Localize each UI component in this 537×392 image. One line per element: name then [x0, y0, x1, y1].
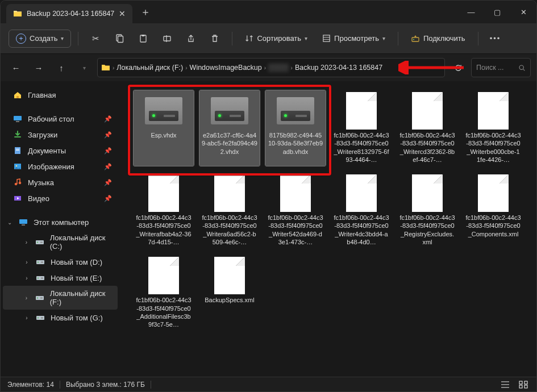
- ellipsis-icon: •••: [490, 34, 501, 43]
- pin-icon: 📌: [104, 115, 112, 123]
- chevron-right-icon[interactable]: ›: [23, 259, 30, 265]
- more-button[interactable]: •••: [485, 28, 506, 49]
- document-icon: [143, 257, 185, 294]
- tab-active[interactable]: Backup 2023-04-13 165847 ✕: [6, 4, 132, 23]
- file-item[interactable]: fc1bf06b-00c2-44c3-83d3-f5f40f975ce0_Reg…: [397, 173, 457, 248]
- sort-button[interactable]: Сортировать ▾: [239, 31, 313, 46]
- drive-icon: [35, 293, 44, 302]
- sidebar-drive[interactable]: › Новый том (G:): [3, 310, 118, 326]
- chevron-right-icon[interactable]: ›: [23, 315, 30, 321]
- file-name: fc1bf06b-00c2-44c3-83d3-f5f40f975ce0_Wri…: [399, 131, 455, 164]
- desktop-icon: [13, 114, 22, 123]
- sidebar-drive[interactable]: › Новый том (D:): [3, 254, 118, 270]
- view-button[interactable]: Просмотреть ▾: [317, 31, 391, 46]
- file-item[interactable]: fc1bf06b-00c2-44c3-83d3-f5f40f975ce0_Wri…: [134, 173, 194, 248]
- pin-icon: 📌: [104, 147, 112, 155]
- breadcrumb-seg[interactable]: ░░░░: [268, 64, 288, 72]
- search-input[interactable]: Поиск ...: [471, 58, 531, 77]
- sidebar-downloads[interactable]: Загрузки 📌: [3, 127, 118, 143]
- new-tab-button[interactable]: ＋: [140, 5, 151, 19]
- file-item[interactable]: fc1bf06b-00c2-44c3-83d3-f5f40f975ce0_Wri…: [331, 90, 392, 166]
- sidebar-videos[interactable]: Видео 📌: [3, 190, 118, 206]
- file-item[interactable]: fc1bf06b-00c2-44c3-83d3-f5f40f975ce0_Wri…: [265, 173, 326, 248]
- file-item[interactable]: fc1bf06b-00c2-44c3-83d3-f5f40f975ce0_Wri…: [463, 90, 523, 166]
- icons-view-button[interactable]: [517, 380, 530, 390]
- sidebar-drive[interactable]: › Новый том (E:): [3, 270, 118, 286]
- delete-button[interactable]: [205, 28, 225, 49]
- sidebar-music[interactable]: Музыка 📌: [3, 174, 118, 190]
- svg-rect-40: [41, 318, 43, 319]
- toolbar: + Создать ▾ ✂ Сортировать ▾ Просмотреть …: [1, 23, 536, 54]
- file-item[interactable]: e2a61c37-cf6c-4a49-abc5-fe2fa094c492.vhd…: [199, 90, 260, 166]
- svg-rect-4: [164, 36, 170, 41]
- copy-button[interactable]: [109, 28, 130, 49]
- file-item[interactable]: fc1bf06b-00c2-44c3-83d3-f5f40f975ce0_Com…: [463, 173, 523, 248]
- file-name: fc1bf06b-00c2-44c3-83d3-f5f40f975ce0_Wri…: [334, 214, 389, 246]
- file-item[interactable]: 8175b982-c494-4510-93da-58e3f7eb9adb.vhd…: [265, 90, 326, 166]
- search-icon: [518, 64, 526, 72]
- chevron-down-icon: ▾: [305, 35, 307, 41]
- file-item[interactable]: fc1bf06b-00c2-44c3-83d3-f5f40f975ce0_Wri…: [397, 90, 457, 166]
- sidebar-pictures[interactable]: Изображения 📌: [3, 159, 118, 174]
- close-button[interactable]: ✕: [510, 1, 536, 23]
- chevron-right-icon[interactable]: ›: [23, 295, 30, 301]
- content-area[interactable]: Esp.vhdx e2a61c37-cf6c-4a49-abc5-fe2fa09…: [120, 81, 536, 377]
- mount-button[interactable]: Подключить: [405, 31, 471, 47]
- rename-button[interactable]: [157, 28, 177, 49]
- sidebar-drive[interactable]: › Локальный диск (F:): [3, 286, 118, 310]
- history-button[interactable]: ▾: [74, 58, 94, 77]
- breadcrumb[interactable]: › Локальный диск (F:) › WindowsImageBack…: [97, 58, 445, 77]
- share-button[interactable]: [181, 28, 201, 49]
- search-placeholder: Поиск ...: [476, 64, 504, 72]
- new-button[interactable]: + Создать ▾: [9, 30, 71, 48]
- file-item[interactable]: BackupSpecs.xml: [199, 255, 260, 331]
- file-item[interactable]: fc1bf06b-00c2-44c3-83d3-f5f40f975ce0_Wri…: [199, 173, 260, 248]
- sidebar-desktop[interactable]: Рабочий стол 📌: [3, 111, 118, 127]
- chevron-down-icon[interactable]: ⌄: [6, 219, 13, 226]
- file-name: fc1bf06b-00c2-44c3-83d3-f5f40f975ce0_Add…: [136, 296, 192, 328]
- sidebar-drive[interactable]: › Локальный диск (C:): [3, 230, 118, 254]
- status-count: Элементов: 14: [7, 381, 54, 389]
- chevron-right-icon[interactable]: ›: [23, 239, 30, 245]
- folder-icon: [13, 9, 22, 18]
- back-button[interactable]: ←: [6, 58, 26, 77]
- paste-button[interactable]: [133, 28, 153, 49]
- file-item[interactable]: fc1bf06b-00c2-44c3-83d3-f5f40f975ce0_Add…: [134, 255, 194, 331]
- chevron-right-icon: ›: [113, 65, 114, 71]
- video-icon: [13, 194, 22, 203]
- svg-point-22: [19, 182, 22, 185]
- file-name: fc1bf06b-00c2-44c3-83d3-f5f40f975ce0_Com…: [465, 214, 521, 238]
- file-item[interactable]: Esp.vhdx: [134, 90, 194, 166]
- tab-close-icon[interactable]: ✕: [119, 9, 126, 18]
- cut-button[interactable]: ✂: [85, 28, 106, 49]
- svg-point-10: [413, 39, 414, 40]
- svg-rect-3: [142, 35, 145, 36]
- view-icon: [322, 34, 331, 43]
- file-name: BackupSpecs.xml: [205, 296, 254, 304]
- copy-icon: [115, 34, 124, 43]
- maximize-button[interactable]: ▢: [484, 1, 510, 23]
- chevron-right-icon[interactable]: ›: [23, 275, 30, 281]
- file-name: Esp.vhdx: [151, 131, 176, 139]
- svg-rect-14: [14, 116, 22, 120]
- forward-button[interactable]: →: [29, 58, 48, 77]
- breadcrumb-seg[interactable]: Backup 2023-04-13 165847: [295, 64, 382, 72]
- sidebar-this-pc[interactable]: ⌄ Этот компьютер: [3, 214, 118, 230]
- breadcrumb-seg[interactable]: Локальный диск (F:): [116, 64, 183, 72]
- minimize-button[interactable]: —: [458, 1, 484, 23]
- refresh-button[interactable]: [448, 58, 468, 77]
- file-name: e2a61c37-cf6c-4a49-abc5-fe2fa094c492.vhd…: [202, 131, 257, 156]
- sidebar-home[interactable]: Главная: [3, 87, 118, 103]
- svg-point-27: [37, 242, 38, 243]
- up-button[interactable]: ↑: [52, 58, 71, 77]
- status-selection: Выбрано 3 элем.: 176 ГБ: [66, 381, 145, 389]
- navbar: ← → ↑ ▾ › Локальный диск (F:) › WindowsI…: [1, 54, 536, 81]
- pin-icon: 📌: [104, 131, 112, 139]
- file-item[interactable]: fc1bf06b-00c2-44c3-83d3-f5f40f975ce0_Wri…: [331, 173, 392, 248]
- details-view-button[interactable]: [499, 380, 511, 390]
- breadcrumb-seg[interactable]: WindowsImageBackup: [190, 64, 262, 72]
- sidebar-documents[interactable]: Документы 📌: [3, 143, 118, 159]
- list-view-icon: [501, 381, 510, 389]
- svg-rect-25: [22, 224, 25, 226]
- pictures-icon: [13, 162, 22, 171]
